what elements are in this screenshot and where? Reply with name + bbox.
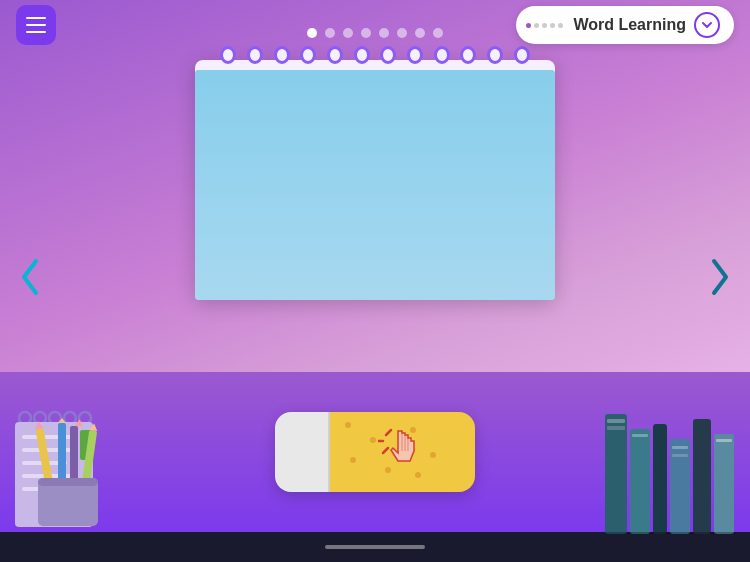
svg-rect-58: [607, 426, 625, 430]
badge-dot: [534, 23, 539, 28]
eraser-dot: [370, 437, 376, 443]
svg-rect-36: [58, 423, 66, 481]
books-decoration: [605, 404, 735, 534]
svg-rect-65: [693, 419, 711, 534]
dot-6[interactable]: [397, 28, 407, 38]
children-photo: [195, 70, 555, 300]
menu-line-2: [26, 24, 46, 26]
menu-line-3: [26, 31, 46, 33]
svg-rect-63: [672, 446, 688, 449]
previous-button[interactable]: [20, 257, 44, 305]
next-button[interactable]: [706, 257, 730, 305]
dot-1[interactable]: [307, 28, 317, 38]
svg-rect-34: [36, 428, 53, 484]
svg-rect-68: [605, 532, 735, 534]
dot-7[interactable]: [415, 28, 425, 38]
svg-marker-41: [89, 423, 98, 431]
svg-rect-57: [607, 419, 625, 423]
pencil-cup-decoration: [30, 418, 110, 532]
svg-marker-37: [58, 418, 66, 423]
eraser-white-part: [275, 412, 330, 492]
badge-dot: [550, 23, 555, 28]
tap-button[interactable]: [275, 412, 475, 492]
eraser-dot: [430, 452, 436, 458]
notebook-card: [195, 60, 555, 300]
pagination-dots: [307, 28, 443, 38]
svg-line-28: [386, 430, 391, 435]
dot-5[interactable]: [379, 28, 389, 38]
badge-dots-decoration: [526, 23, 563, 28]
svg-rect-60: [632, 434, 648, 437]
sky-background: [195, 70, 555, 300]
svg-rect-67: [716, 439, 732, 442]
app-container: Word Learning: [0, 0, 750, 562]
dot-4[interactable]: [361, 28, 371, 38]
dot-2[interactable]: [325, 28, 335, 38]
svg-marker-39: [75, 419, 84, 427]
top-bar: Word Learning: [0, 0, 750, 50]
svg-rect-43: [38, 478, 98, 486]
word-learning-badge[interactable]: Word Learning: [516, 6, 734, 44]
badge-dot: [558, 23, 563, 28]
menu-button[interactable]: [16, 5, 56, 45]
photo-frame: [195, 70, 555, 300]
eraser-dot: [345, 422, 351, 428]
bottom-bar: [0, 532, 750, 562]
menu-line-1: [26, 17, 46, 19]
svg-rect-61: [653, 424, 667, 534]
svg-rect-56: [605, 414, 627, 534]
svg-marker-35: [34, 420, 43, 429]
chevron-down-icon[interactable]: [694, 12, 720, 38]
badge-dot: [542, 23, 547, 28]
dot-8[interactable]: [433, 28, 443, 38]
eraser-yellow-part: [330, 412, 475, 492]
eraser-dot: [350, 457, 356, 463]
svg-rect-62: [670, 439, 690, 534]
svg-rect-38: [70, 426, 78, 482]
svg-line-30: [383, 448, 388, 453]
badge-dot: [526, 23, 531, 28]
svg-rect-40: [82, 430, 97, 483]
tap-hand-icon: [378, 423, 428, 482]
svg-rect-66: [714, 434, 734, 534]
svg-rect-64: [672, 454, 688, 457]
svg-rect-59: [630, 429, 650, 534]
home-indicator[interactable]: [325, 545, 425, 549]
word-learning-label: Word Learning: [573, 16, 686, 34]
dot-3[interactable]: [343, 28, 353, 38]
